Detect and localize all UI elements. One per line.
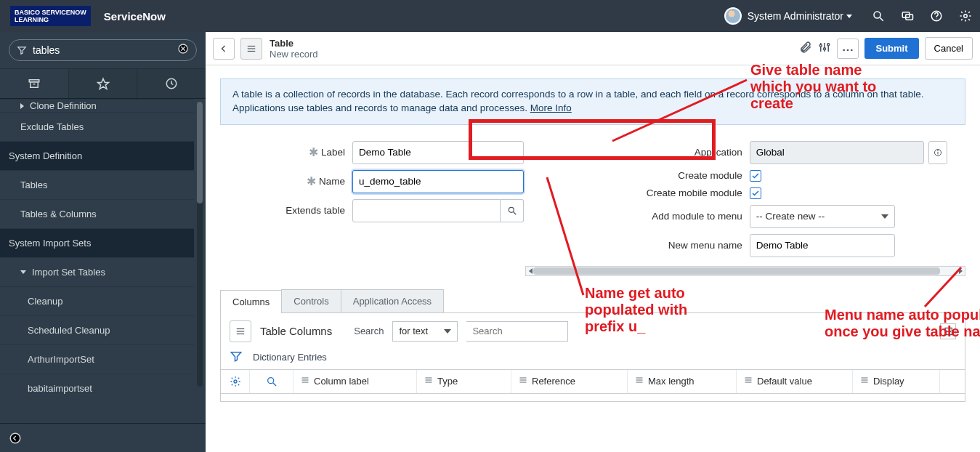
nav-tab-favorites[interactable] — [69, 69, 137, 98]
application-info-button[interactable] — [928, 141, 947, 164]
svg-point-35 — [937, 150, 938, 151]
create-module-label: Create module — [678, 170, 742, 181]
list-menu-button[interactable] — [230, 320, 251, 342]
brand: ServiceNow — [104, 10, 166, 23]
column-header[interactable]: Display — [853, 370, 940, 393]
create-mobile-checkbox[interactable] — [750, 187, 761, 199]
create-module-checkbox[interactable] — [750, 170, 761, 182]
required-icon: ✱ — [309, 145, 318, 159]
list-search-toggle[interactable] — [250, 370, 293, 393]
hamburger-icon — [246, 44, 256, 54]
nav-collapse-button[interactable] — [0, 423, 206, 452]
nav-item-label: Clone Definition — [30, 100, 97, 111]
funnel-icon — [17, 45, 27, 55]
label-label: Label — [321, 147, 345, 158]
nav-item[interactable]: Exclude Tables — [0, 112, 194, 141]
info-bar: A table is a collection of records in th… — [220, 78, 965, 125]
column-header[interactable]: Max length — [628, 370, 737, 393]
svg-point-22 — [820, 44, 822, 47]
nav-item[interactable]: Cleanup — [0, 286, 194, 315]
nav-item[interactable]: Scheduled Cleanup — [0, 315, 194, 344]
nav-item-label: ArthurImportSet — [28, 354, 94, 365]
nav-item[interactable]: Tables — [0, 170, 194, 199]
help-icon[interactable] — [928, 7, 945, 25]
personalize-icon[interactable] — [818, 41, 831, 57]
tab-controls[interactable]: Controls — [281, 289, 341, 312]
list-search-mode[interactable]: for text — [392, 321, 458, 342]
nav-item[interactable]: Clone Definition — [0, 99, 194, 112]
label-field[interactable] — [352, 141, 524, 164]
conversations-icon[interactable] — [899, 7, 916, 25]
back-button[interactable] — [213, 38, 235, 60]
user-menu[interactable]: System Administrator — [748, 10, 843, 22]
nav-tab-history[interactable] — [137, 69, 206, 98]
form-area: Table New record Submit Cancel Give tabl… — [206, 32, 980, 452]
more-info-link[interactable]: More Info — [530, 102, 572, 113]
filter-breadcrumb[interactable]: Dictionary Entries — [253, 352, 327, 363]
column-header[interactable]: Column label — [293, 370, 417, 393]
add-menu-label: Add module to menu — [652, 211, 742, 222]
form-h-scroll[interactable] — [525, 266, 965, 276]
name-label: Name — [319, 176, 345, 187]
extends-field[interactable] — [352, 199, 501, 222]
check-icon — [751, 171, 760, 180]
nav-item-label: System Import Sets — [9, 238, 91, 249]
svg-point-25 — [843, 49, 846, 51]
column-header-label: Default value — [757, 376, 812, 387]
nav-item[interactable]: ArthurImportSet — [0, 344, 194, 374]
nav-item-label: Tables — [20, 179, 48, 190]
nav-item[interactable]: System Import Sets — [0, 228, 194, 257]
collapse-icon — [9, 432, 22, 445]
clock-icon — [165, 77, 178, 90]
cancel-button[interactable]: Cancel — [925, 37, 973, 60]
tab-application-access[interactable]: Application Access — [341, 289, 444, 312]
submit-button[interactable]: Submit — [864, 38, 918, 59]
column-header-label: Column label — [314, 376, 369, 387]
collapse-list-icon[interactable]: ⊟ — [940, 323, 956, 339]
list-search-input[interactable] — [466, 321, 568, 342]
column-header[interactable]: Reference — [511, 370, 628, 393]
svg-point-26 — [847, 49, 849, 51]
svg-line-1 — [880, 17, 883, 21]
form-header: Table New record Submit Cancel — [206, 32, 980, 65]
nav-scrollbar[interactable] — [197, 102, 203, 387]
tab-columns[interactable]: Columns — [220, 290, 282, 313]
gear-icon[interactable] — [957, 7, 974, 25]
name-field[interactable] — [352, 170, 524, 193]
nav-item[interactable]: Tables & Columns — [0, 199, 194, 228]
list-personalize-button[interactable] — [221, 370, 250, 393]
required-icon: ✱ — [307, 174, 316, 188]
create-mobile-label: Create mobile module — [647, 187, 742, 198]
list-title: Table Columns — [260, 325, 332, 337]
column-header-label: Reference — [532, 376, 575, 387]
column-header[interactable]: Type — [417, 370, 511, 393]
form-menu-button[interactable] — [240, 38, 262, 60]
archive-icon — [28, 77, 41, 90]
search-icon[interactable] — [870, 7, 887, 25]
attachment-icon[interactable] — [799, 41, 812, 57]
nav-item-label: Tables & Columns — [20, 209, 97, 219]
svg-point-24 — [827, 43, 830, 45]
filter-icon[interactable] — [230, 350, 243, 365]
nav-tab-all[interactable] — [0, 69, 68, 98]
column-header[interactable]: Default value — [737, 370, 853, 393]
avatar[interactable] — [724, 7, 742, 25]
user-menu-caret-icon[interactable] — [846, 15, 852, 18]
add-menu-select[interactable]: -- Create new -- — [750, 205, 895, 228]
nav-item-label: Scheduled Cleanup — [28, 325, 110, 336]
nav-item[interactable]: Import Set Tables — [0, 257, 194, 286]
svg-line-32 — [513, 212, 516, 215]
search-icon — [507, 206, 517, 216]
nav-item[interactable]: System Definition — [0, 141, 194, 170]
svg-point-31 — [509, 207, 514, 212]
nav-item[interactable]: babitaimportset — [0, 374, 194, 403]
clear-filter-icon[interactable] — [177, 43, 189, 57]
more-icon[interactable] — [837, 39, 859, 59]
extends-lookup-button[interactable] — [501, 199, 524, 222]
new-menu-field[interactable] — [750, 234, 895, 257]
extends-label: Extends table — [286, 205, 345, 216]
nav-filter-input[interactable] — [33, 44, 177, 56]
nav-filter[interactable] — [9, 39, 197, 61]
nav-item-label: System Definition — [9, 150, 82, 161]
svg-point-40 — [267, 377, 273, 383]
